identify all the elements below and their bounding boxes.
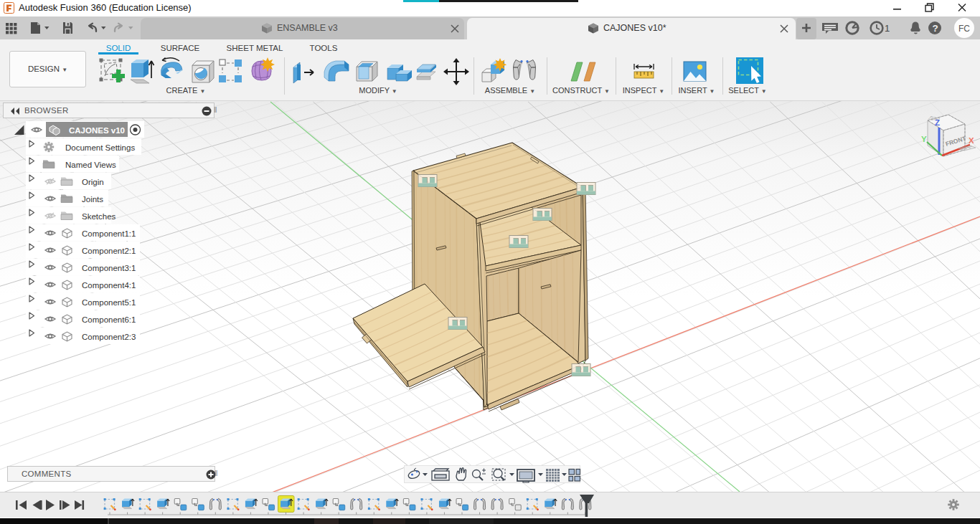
svg-text:Component2:1: Component2:1: [82, 247, 136, 255]
svg-text:X: X: [969, 136, 974, 145]
svg-text:Z: Z: [935, 118, 940, 127]
svg-text:Component5:1: Component5:1: [82, 298, 136, 307]
svg-text:Component6:1: Component6:1: [82, 315, 136, 324]
svg-text:Component3:1: Component3:1: [82, 264, 136, 272]
svg-text:?: ?: [933, 23, 938, 34]
svg-text:Origin: Origin: [82, 178, 104, 186]
svg-text:Component1:1: Component1:1: [82, 229, 136, 238]
svg-text:Component2:3: Component2:3: [82, 333, 136, 341]
svg-text:Y: Y: [921, 135, 927, 143]
svg-text:Named Views: Named Views: [65, 161, 116, 169]
svg-text:Sketches: Sketches: [82, 212, 116, 221]
svg-text:1: 1: [885, 23, 890, 34]
svg-text:Document Settings: Document Settings: [65, 143, 135, 152]
svg-text:FC: FC: [958, 24, 970, 34]
svg-text:Joints: Joints: [82, 195, 103, 204]
svg-text:CAJONES v10: CAJONES v10: [69, 126, 125, 135]
svg-text:Component4:1: Component4:1: [82, 281, 136, 290]
